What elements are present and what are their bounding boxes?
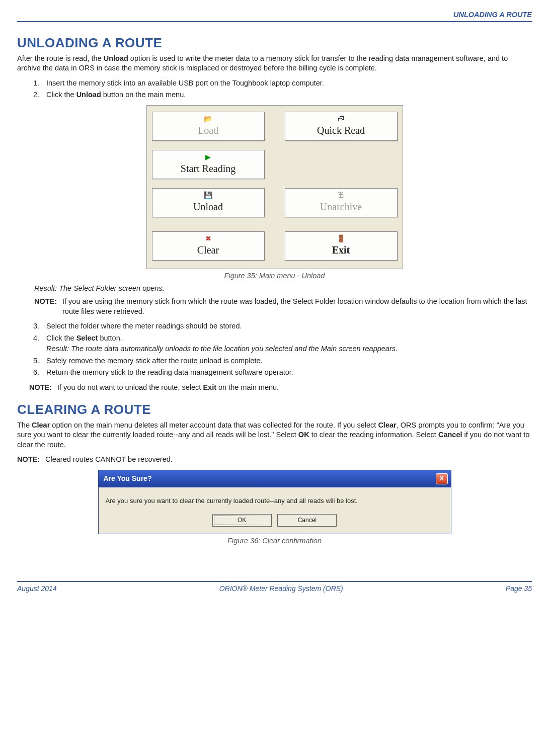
step-2: Click the Unload button on the main menu… (41, 90, 532, 100)
play-icon: ▶ (154, 152, 262, 161)
footer-title: ORION® Meter Reading System (ORS) (219, 584, 343, 594)
result-text: Result: The Select Folder screen opens. (34, 284, 532, 294)
button-label: Exit (332, 244, 350, 256)
unload-button[interactable]: 💾 Unload (152, 188, 265, 217)
text-bold: Unload (104, 54, 128, 62)
note-block: NOTE: If you do not want to unload the r… (29, 383, 532, 393)
dialog-titlebar: Are You Sure? X (99, 470, 451, 487)
grid-icon: 🗗 (287, 114, 395, 123)
figure-36-dialog: Are You Sure? X Are you sure you want to… (98, 470, 451, 534)
step-5: Safely remove the memory stick after the… (41, 356, 532, 366)
intro-paragraph: After the route is read, the Unload opti… (17, 54, 532, 73)
figure-35-caption: Figure 35: Main menu - Unload (17, 271, 532, 281)
note-label: NOTE: (29, 383, 57, 393)
note-label: NOTE: (17, 455, 45, 465)
button-label: Quick Read (317, 125, 365, 136)
result-text: Result: The route data automatically unl… (46, 344, 532, 354)
ok-button[interactable]: OK (212, 514, 272, 526)
button-label: Clear (197, 244, 219, 256)
quick-read-button[interactable]: 🗗 Quick Read (285, 112, 398, 141)
folder-open-icon: 📂 (154, 114, 262, 123)
text: After the route is read, the (17, 54, 104, 62)
unarchive-button[interactable]: 🗜 Unarchive (285, 188, 398, 217)
button-label: Start Reading (181, 163, 236, 174)
note-block: NOTE: Cleared routes CANNOT be recovered… (17, 455, 532, 465)
dialog-message: Are you sure you want to clear the curre… (106, 496, 444, 506)
note-text: If you are using the memory stick from w… (62, 297, 532, 316)
text: button. (98, 334, 122, 342)
step-3: Select the folder where the meter readin… (41, 321, 532, 331)
footer-date: August 2014 (17, 584, 57, 594)
footer-page: Page 35 (506, 584, 532, 594)
button-label: Load (198, 125, 218, 136)
note-block: NOTE: If you are using the memory stick … (34, 297, 532, 316)
text: Click the (46, 334, 76, 342)
clear-icon: ✖ (154, 234, 262, 243)
step-6: Return the memory stick to the reading d… (41, 368, 532, 378)
figure-35-main-menu: 📂 Load 🗗 Quick Read ▶ Start Reading 💾 Un… (146, 105, 403, 269)
step-4: Click the Select button. Result: The rou… (41, 333, 532, 354)
section-title-unloading: UNLOADING A ROUTE (17, 34, 532, 52)
page-footer: August 2014 ORION® Meter Reading System … (17, 581, 532, 594)
load-button[interactable]: 📂 Load (152, 112, 265, 141)
button-label: Unarchive (320, 201, 362, 212)
running-head: UNLOADING A ROUTE (17, 10, 532, 22)
close-icon[interactable]: X (436, 473, 448, 484)
note-label: NOTE: (34, 297, 62, 316)
text: button on the main menu. (101, 91, 186, 99)
start-reading-button[interactable]: ▶ Start Reading (152, 150, 265, 179)
floppy-disk-icon: 💾 (154, 191, 262, 200)
door-exit-icon: 🚪 (287, 234, 395, 243)
clear-button[interactable]: ✖ Clear (152, 231, 265, 261)
section-title-clearing: CLEARING A ROUTE (17, 401, 532, 418)
unarchive-icon: 🗜 (287, 191, 395, 200)
note-text: If you do not want to unload the route, … (57, 383, 279, 393)
step-1: Insert the memory stick into an availabl… (41, 78, 532, 89)
text: Click the (46, 91, 76, 99)
text-bold: Unload (76, 91, 101, 99)
dialog-title: Are You Sure? (104, 474, 152, 483)
figure-36-caption: Figure 36: Clear confirmation (17, 536, 532, 546)
note-text: Cleared routes CANNOT be recovered. (45, 455, 173, 465)
cancel-button[interactable]: Cancel (277, 514, 337, 526)
clearing-paragraph: The Clear option on the main menu delete… (17, 421, 532, 450)
exit-button[interactable]: 🚪 Exit (285, 231, 398, 261)
button-label: Unload (193, 201, 223, 212)
text-bold: Select (76, 334, 98, 342)
